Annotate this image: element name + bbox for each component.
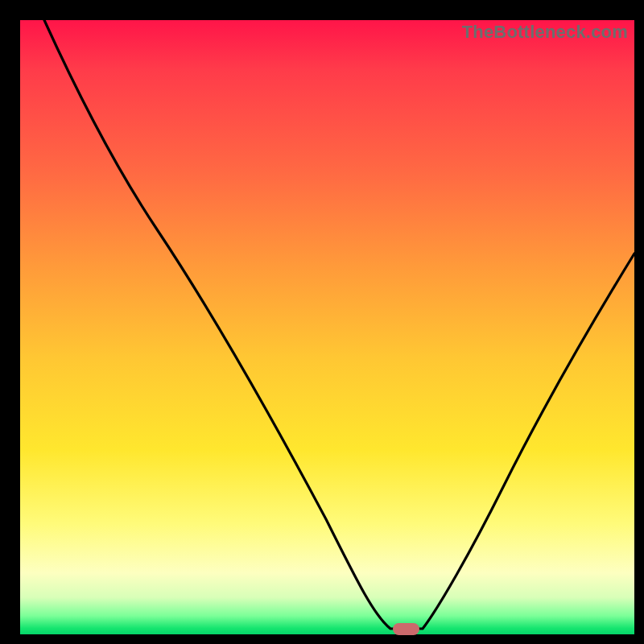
plot-area: TheBottleneck.com — [20, 20, 634, 634]
curve-svg — [20, 20, 634, 634]
bottleneck-curve-path — [44, 20, 634, 629]
bottleneck-chart: TheBottleneck.com — [0, 0, 644, 644]
optimal-marker — [393, 623, 419, 635]
